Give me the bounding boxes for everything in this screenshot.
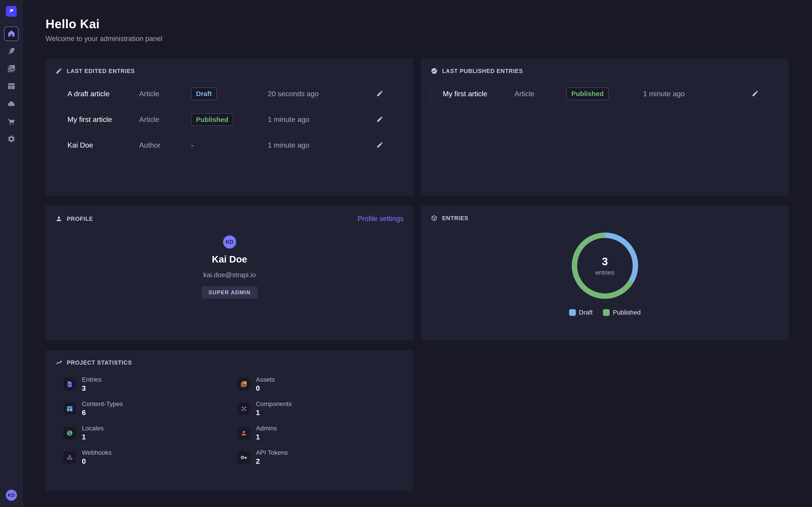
edit-entry-button[interactable] <box>376 116 384 123</box>
admin-user-icon <box>238 427 250 439</box>
layout-icon <box>63 402 76 415</box>
last-published-entries-card: LAST PUBLISHED ENTRIES My first article … <box>421 59 789 196</box>
card-title: PROFILE <box>67 216 93 222</box>
pencil-icon <box>376 141 384 149</box>
profile-email: kai.doe@strapi.io <box>203 271 256 279</box>
home-icon <box>7 29 15 38</box>
entries-header: ENTRIES <box>431 215 779 222</box>
stat-content-types: Content-Types6 <box>56 396 230 421</box>
stat-label: Webhooks <box>82 449 112 456</box>
last-published-entries-table: My first article Article Published 1 min… <box>431 81 779 107</box>
stat-value: 1 <box>82 433 104 441</box>
legend-item-draft: Draft <box>569 309 593 316</box>
edit-entry-button[interactable] <box>376 141 384 149</box>
stat-label: Assets <box>256 376 275 383</box>
sidebar-item-content-manager[interactable] <box>4 44 18 59</box>
sidebar-divider-bottom <box>0 484 23 484</box>
stat-label: Components <box>256 400 292 408</box>
stat-value: 1 <box>256 409 292 417</box>
entry-status-cell: - <box>191 141 268 150</box>
cube-icon <box>431 215 438 222</box>
entry-name: My first article <box>67 115 139 124</box>
components-icon <box>238 402 250 415</box>
sidebar-item-home[interactable] <box>4 26 18 41</box>
donut-center: 3 entries <box>571 232 639 299</box>
stat-assets: Assets0 <box>230 372 404 396</box>
legend-swatch-draft <box>569 309 576 316</box>
pencil-icon <box>376 90 384 98</box>
entry-time: 1 minute ago <box>643 90 752 98</box>
entry-name: My first article <box>443 90 514 98</box>
stat-label: API Tokens <box>256 449 288 456</box>
stat-label: Content-Types <box>82 400 123 408</box>
profile-header: PROFILE Profile settings <box>55 215 404 223</box>
entry-name: Kai Doe <box>67 141 139 150</box>
cart-icon <box>7 117 15 126</box>
pencil-icon <box>752 90 759 98</box>
edit-entry-button[interactable] <box>752 90 759 98</box>
entries-total-label: entries <box>595 269 614 276</box>
status-badge: Draft <box>191 88 217 100</box>
feather-icon <box>7 47 15 56</box>
sidebar-item-settings[interactable] <box>4 132 18 147</box>
gear-icon <box>7 135 15 144</box>
entry-status-cell: Published <box>566 88 643 100</box>
stat-label: Entries <box>82 376 101 383</box>
edit-entry-button[interactable] <box>376 90 384 98</box>
sidebar-bottom: KD <box>0 484 22 507</box>
trending-up-icon <box>55 359 62 366</box>
legend-item-published: Published <box>603 309 641 316</box>
cloud-icon <box>7 100 15 109</box>
stat-value: 0 <box>256 384 275 393</box>
status-badge: Published <box>191 113 233 126</box>
entries-donut-chart: 3 entries <box>571 232 639 299</box>
project-statistics-card: PROJECT STATISTICS Entries3 Assets0 Cont… <box>46 350 413 491</box>
entries-total: 3 <box>602 255 608 268</box>
legend-label: Draft <box>579 309 593 316</box>
last-edited-entries-header: LAST EDITED ENTRIES <box>55 68 404 74</box>
last-edited-entries-card: LAST EDITED ENTRIES A draft article Arti… <box>46 59 413 196</box>
entry-type: Article <box>139 115 191 124</box>
stat-value: 2 <box>256 457 288 465</box>
entry-status-cell: Draft <box>191 88 268 100</box>
entry-time: 1 minute ago <box>268 141 376 150</box>
profile-settings-link[interactable]: Profile settings <box>358 215 404 223</box>
project-statistics-header: PROJECT STATISTICS <box>55 359 404 366</box>
stat-components: Components1 <box>230 396 404 421</box>
stat-locales: Locales1 <box>56 421 230 445</box>
stat-value: 3 <box>82 384 101 393</box>
sidebar-item-content-type-builder[interactable] <box>4 79 18 94</box>
table-row: Kai Doe Author - 1 minute ago <box>56 132 403 158</box>
status-badge: Published <box>566 88 609 100</box>
profile-body: KD Kai Doe kai.doe@strapi.io SUPER ADMIN <box>55 223 404 298</box>
app-root: KD Hello Kai Welcome to your administrat… <box>0 0 812 491</box>
chart-legend: Draft Published <box>569 309 641 316</box>
legend-swatch-published <box>603 309 610 316</box>
entry-status-cell: Published <box>191 113 268 126</box>
layout-icon <box>7 82 15 91</box>
legend-label: Published <box>613 309 641 316</box>
sidebar-item-deploy[interactable] <box>4 97 18 111</box>
user-avatar[interactable]: KD <box>6 490 17 501</box>
card-title: LAST PUBLISHED ENTRIES <box>442 68 523 74</box>
dashboard-grid: LAST EDITED ENTRIES A draft article Arti… <box>46 59 789 491</box>
last-edited-entries-table: A draft article Article Draft 20 seconds… <box>55 81 404 158</box>
key-icon <box>238 451 250 464</box>
sidebar: KD <box>0 0 23 507</box>
person-icon <box>55 215 62 222</box>
card-title: ENTRIES <box>442 215 468 222</box>
page-title: Hello Kai <box>46 17 789 31</box>
entry-type: Article <box>514 90 566 98</box>
sidebar-item-marketplace[interactable] <box>4 114 18 129</box>
entry-type: Author <box>139 141 191 150</box>
pencil-icon <box>376 116 384 123</box>
sidebar-nav <box>4 22 18 147</box>
stat-value: 0 <box>82 457 112 465</box>
entry-time: 20 seconds ago <box>268 90 376 98</box>
sidebar-item-media-library[interactable] <box>4 62 18 76</box>
card-title: LAST EDITED ENTRIES <box>67 68 135 74</box>
stat-value: 6 <box>82 409 123 417</box>
entry-time: 1 minute ago <box>268 115 376 124</box>
entries-body: 3 entries Draft Published <box>431 222 779 316</box>
stat-entries: Entries3 <box>56 372 230 396</box>
